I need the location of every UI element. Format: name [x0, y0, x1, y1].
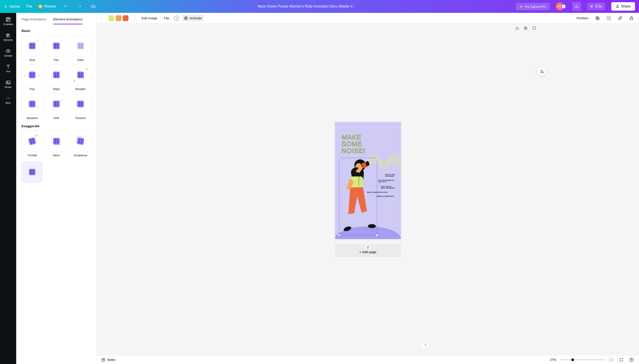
photos-icon [6, 80, 11, 85]
flip-button[interactable]: Flip [162, 15, 171, 21]
position-button[interactable]: Position [575, 15, 590, 21]
resize-button[interactable]: Resize [38, 4, 56, 9]
animation-rise[interactable]: ↑Rise [22, 35, 43, 62]
share-icon [616, 5, 619, 8]
animation-pan[interactable]: →Pan [46, 35, 67, 62]
try-pro-label: Try Canva Pro [525, 5, 546, 8]
add-collaborator-button[interactable]: + [561, 4, 566, 9]
quick-edit-fab[interactable] [537, 67, 546, 76]
svg-rect-21 [525, 28, 527, 30]
lock-button[interactable] [627, 15, 635, 22]
color-swatch-3[interactable] [116, 15, 121, 21]
edit-image-button[interactable]: Edit image [140, 15, 159, 21]
nav-more[interactable]: More [0, 95, 16, 105]
color-swatch-1[interactable] [101, 15, 107, 21]
svg-rect-13 [596, 17, 598, 19]
panel-tabs: Page Animations Element Animations [16, 13, 97, 24]
duration-label: 5.0s [595, 4, 602, 8]
subtext-address[interactable]: 123 ANYWHERE ST., ANY CITY [378, 180, 395, 183]
headline-line-2: SOME [342, 140, 362, 148]
bar-chart-icon [574, 4, 579, 9]
page-canvas[interactable]: MAKE SOME NOISE! [335, 122, 401, 239]
cloud-sync-button[interactable] [89, 3, 97, 10]
section-exaggerate-title: Exaggerate [16, 120, 97, 130]
lock-page-button[interactable] [514, 25, 520, 31]
nav-photos[interactable]: Photos [0, 79, 16, 89]
notes-icon [101, 358, 106, 362]
nav-label: Elements [4, 39, 13, 41]
tab-page-animations[interactable]: Page Animations [22, 17, 47, 24]
canvas-wrap[interactable]: MAKE SOME NOISE! [97, 24, 639, 355]
section-basic-title: Basic [16, 24, 97, 35]
zoom-thumb[interactable] [571, 358, 574, 361]
add-page-button[interactable]: + Add page [335, 244, 401, 257]
svg-rect-19 [516, 28, 518, 30]
anim-label: Fade [77, 58, 84, 62]
canvas-quick-tools [514, 25, 537, 31]
add-page-icon-button[interactable] [531, 25, 537, 31]
animation-breathe[interactable]: ↗↙Breathe [70, 64, 91, 91]
svg-point-29 [542, 72, 543, 73]
woman-megaphone-illustration[interactable] [339, 158, 379, 233]
nav-rail: Templates Elements Uploads Text Photos M… [0, 13, 16, 364]
subtext-handle[interactable]: @REALLYGREATSITE [376, 196, 394, 197]
nav-text[interactable]: Text [0, 63, 16, 74]
tab-element-animations[interactable]: Element Animations [53, 17, 83, 24]
animation-tumble[interactable]: ↶Tumble [22, 130, 43, 157]
duplicate-page-button[interactable] [523, 25, 528, 31]
undo-button[interactable] [62, 3, 70, 10]
timeline-expand-handle[interactable] [421, 343, 430, 346]
anim-label: Drift [54, 116, 59, 120]
color-swatch-2[interactable] [109, 15, 114, 21]
animation-extra-1[interactable] [22, 162, 43, 183]
try-pro-button[interactable]: Try Canva Pro [516, 3, 550, 10]
svg-rect-2 [7, 18, 8, 21]
color-swatch-4[interactable] [123, 15, 128, 21]
info-button[interactable]: i [174, 16, 179, 20]
templates-icon [6, 17, 11, 22]
more-icon [6, 96, 11, 101]
link-button[interactable] [616, 14, 624, 22]
animation-fade[interactable]: Fade [70, 35, 91, 62]
animation-tectonic[interactable]: Tectonic [70, 93, 91, 120]
chevron-left-icon [4, 5, 8, 8]
fullscreen-button[interactable] [618, 357, 624, 363]
share-button[interactable]: Share [611, 2, 635, 11]
animation-scrapbook[interactable]: Scrapbook [70, 130, 91, 157]
home-button[interactable]: Home [4, 4, 20, 9]
anim-label: Tumble [28, 154, 37, 157]
animation-drift[interactable]: ⋯→Drift [46, 93, 67, 120]
svg-rect-6 [6, 81, 10, 84]
svg-rect-20 [524, 27, 526, 29]
headline-text[interactable]: MAKE SOME NOISE! [342, 134, 366, 154]
redo-button[interactable] [76, 3, 83, 10]
animation-baseline[interactable]: ⤴Baseline [22, 93, 43, 120]
duration-button[interactable]: 5.0s [587, 3, 605, 10]
insights-button[interactable] [572, 2, 581, 11]
nav-elements[interactable]: Elements [0, 32, 16, 42]
help-button[interactable] [628, 357, 634, 363]
animate-button[interactable]: Animate [182, 15, 204, 22]
layers-button[interactable] [593, 14, 602, 22]
transparency-button[interactable] [605, 15, 613, 22]
undo-icon [64, 4, 68, 9]
elements-icon [6, 32, 11, 38]
editor-area: Edit image Flip i Animate Position [97, 13, 639, 364]
nav-templates[interactable]: Templates [0, 16, 16, 26]
notes-button[interactable]: Notes [101, 357, 116, 363]
page-indicator[interactable]: 1 [609, 357, 614, 362]
subtext-rally[interactable]: RALLY THIS SATURDAY [385, 174, 395, 177]
animation-wipe[interactable]: →Wipe [46, 64, 67, 91]
zoom-slider[interactable] [560, 359, 605, 360]
file-menu-button[interactable]: File [26, 4, 32, 9]
animation-pop[interactable]: (())Pop [22, 64, 43, 91]
nav-uploads[interactable]: Uploads [0, 48, 16, 58]
page-cycle-button[interactable] [365, 245, 371, 250]
sparkle-plus-icon [539, 69, 544, 74]
subtext-site[interactable]: REALLYGREATSITE.COM [367, 192, 388, 193]
fullscreen-icon [619, 358, 623, 362]
color-swatch-5[interactable] [130, 15, 136, 21]
document-title[interactable]: Neon Green Purple Women's Rally Animated… [251, 4, 362, 8]
animation-neon[interactable]: Neon [46, 130, 67, 157]
subtext-voices[interactable]: OUR VOICES MUST BE HEARD [381, 186, 395, 189]
